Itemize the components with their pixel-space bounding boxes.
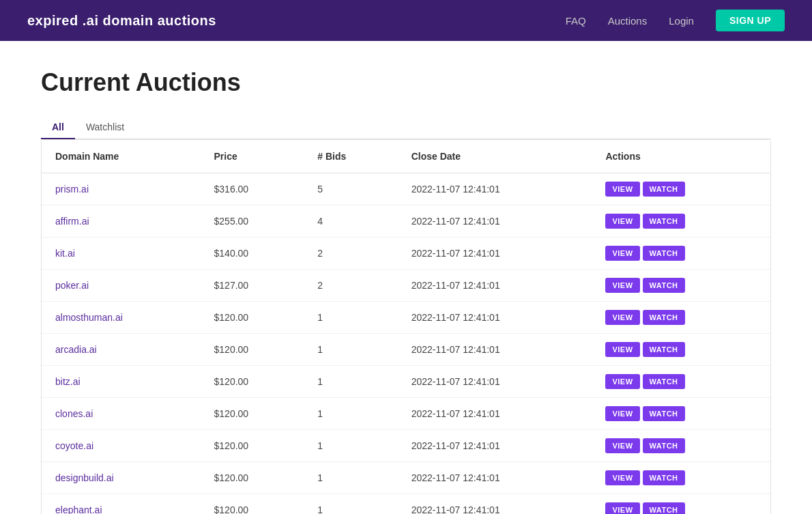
tabs-container: All Watchlist [41,116,771,139]
view-button[interactable]: VIEW [605,342,639,357]
site-header: expired .ai domain auctions FAQ Auctions… [0,0,812,41]
cell-domain: designbuild.ai [42,462,201,494]
domain-link[interactable]: almosthuman.ai [55,312,123,323]
domain-link[interactable]: designbuild.ai [55,472,114,483]
view-button[interactable]: VIEW [605,214,639,229]
view-button[interactable]: VIEW [605,278,639,293]
view-button[interactable]: VIEW [605,502,639,514]
col-bids: # Bids [304,140,397,173]
col-domain-name: Domain Name [42,140,201,173]
domain-link[interactable]: arcadia.ai [55,344,97,355]
watch-button[interactable]: WATCH [643,246,685,261]
cell-actions: VIEWWATCH [592,205,770,238]
tab-all[interactable]: All [41,116,75,139]
domain-link[interactable]: affirm.ai [55,216,89,227]
watch-button[interactable]: WATCH [643,374,685,389]
watch-button[interactable]: WATCH [643,182,685,197]
domain-link[interactable]: bitz.ai [55,376,81,387]
cell-price: $120.00 [201,398,304,430]
cell-bids: 1 [304,494,397,515]
action-buttons: VIEWWATCH [605,406,757,421]
cell-bids: 2 [304,238,397,270]
nav-link-login[interactable]: Login [669,15,694,27]
cell-bids: 1 [304,430,397,462]
cell-actions: VIEWWATCH [592,270,770,302]
domain-link[interactable]: kit.ai [55,248,75,259]
domain-link[interactable]: coyote.ai [55,440,93,451]
view-button[interactable]: VIEW [605,438,639,453]
cell-price: $120.00 [201,334,304,366]
cell-domain: coyote.ai [42,430,201,462]
view-button[interactable]: VIEW [605,374,639,389]
cell-close-date: 2022-11-07 12:41:01 [398,430,592,462]
cell-bids: 2 [304,270,397,302]
cell-domain: clones.ai [42,398,201,430]
action-buttons: VIEWWATCH [605,502,757,514]
cell-domain: affirm.ai [42,205,201,238]
cell-actions: VIEWWATCH [592,430,770,462]
cell-close-date: 2022-11-07 12:41:01 [398,205,592,238]
nav-link-faq[interactable]: FAQ [566,15,586,27]
cell-bids: 4 [304,205,397,238]
watch-button[interactable]: WATCH [643,214,685,229]
cell-bids: 1 [304,462,397,494]
watch-button[interactable]: WATCH [643,278,685,293]
cell-price: $120.00 [201,430,304,462]
cell-close-date: 2022-11-07 12:41:01 [398,334,592,366]
main-nav: FAQ Auctions Login SIGN UP [566,10,785,31]
cell-actions: VIEWWATCH [592,462,770,494]
table-row: poker.ai$127.0022022-11-07 12:41:01VIEWW… [42,270,770,302]
cell-price: $120.00 [201,462,304,494]
domain-link[interactable]: clones.ai [55,408,93,419]
domain-link[interactable]: poker.ai [55,280,89,291]
cell-price: $120.00 [201,366,304,398]
action-buttons: VIEWWATCH [605,214,757,229]
action-buttons: VIEWWATCH [605,342,757,357]
col-actions: Actions [592,140,770,173]
cell-bids: 1 [304,398,397,430]
tab-watchlist[interactable]: Watchlist [75,116,135,139]
table-row: designbuild.ai$120.0012022-11-07 12:41:0… [42,462,770,494]
cell-domain: prism.ai [42,173,201,205]
watch-button[interactable]: WATCH [643,502,685,514]
cell-actions: VIEWWATCH [592,398,770,430]
cell-actions: VIEWWATCH [592,366,770,398]
view-button[interactable]: VIEW [605,406,639,421]
view-button[interactable]: VIEW [605,470,639,485]
table-row: kit.ai$140.0022022-11-07 12:41:01VIEWWAT… [42,238,770,270]
domain-link[interactable]: prism.ai [55,184,89,195]
view-button[interactable]: VIEW [605,182,639,197]
table-row: prism.ai$316.0052022-11-07 12:41:01VIEWW… [42,173,770,205]
cell-bids: 1 [304,302,397,334]
cell-actions: VIEWWATCH [592,302,770,334]
cell-close-date: 2022-11-07 12:41:01 [398,494,592,515]
watch-button[interactable]: WATCH [643,438,685,453]
table-row: almosthuman.ai$120.0012022-11-07 12:41:0… [42,302,770,334]
cell-price: $127.00 [201,270,304,302]
watch-button[interactable]: WATCH [643,470,685,485]
table-row: clones.ai$120.0012022-11-07 12:41:01VIEW… [42,398,770,430]
table-row: affirm.ai$255.0042022-11-07 12:41:01VIEW… [42,205,770,238]
cell-domain: kit.ai [42,238,201,270]
table-row: bitz.ai$120.0012022-11-07 12:41:01VIEWWA… [42,366,770,398]
table-body: prism.ai$316.0052022-11-07 12:41:01VIEWW… [42,173,770,515]
signup-button[interactable]: SIGN UP [716,10,785,31]
cell-price: $120.00 [201,302,304,334]
view-button[interactable]: VIEW [605,246,639,261]
cell-actions: VIEWWATCH [592,334,770,366]
cell-domain: bitz.ai [42,366,201,398]
cell-price: $316.00 [201,173,304,205]
cell-domain: almosthuman.ai [42,302,201,334]
watch-button[interactable]: WATCH [643,310,685,325]
table-header: Domain Name Price # Bids Close Date Acti… [42,140,770,173]
cell-bids: 1 [304,334,397,366]
site-logo: expired .ai domain auctions [27,13,216,29]
auctions-table-container: Domain Name Price # Bids Close Date Acti… [41,139,771,514]
domain-link[interactable]: elephant.ai [55,504,102,514]
nav-link-auctions[interactable]: Auctions [608,15,648,27]
watch-button[interactable]: WATCH [643,342,685,357]
view-button[interactable]: VIEW [605,310,639,325]
watch-button[interactable]: WATCH [643,406,685,421]
action-buttons: VIEWWATCH [605,374,757,389]
cell-price: $255.00 [201,205,304,238]
